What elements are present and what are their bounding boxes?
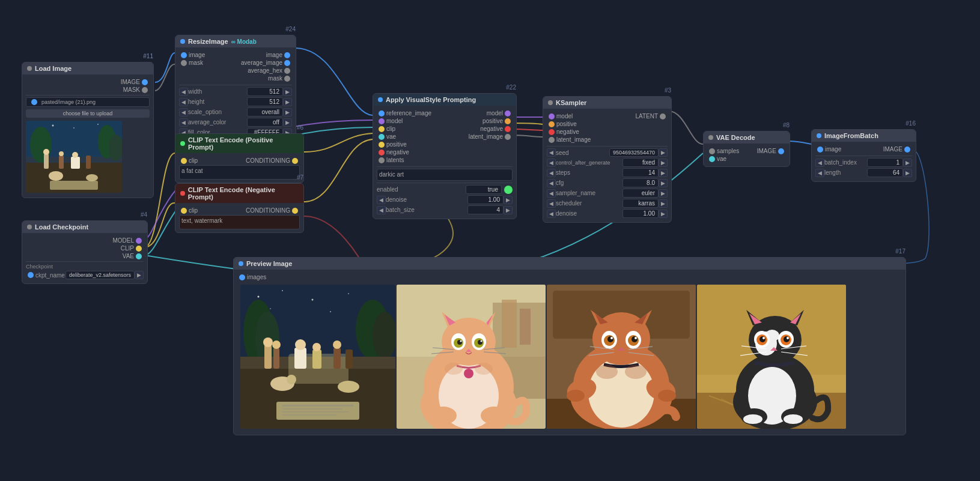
pos-in-port[interactable] bbox=[549, 121, 555, 127]
seed-dec[interactable]: ◀ bbox=[547, 148, 556, 157]
image-out-port[interactable] bbox=[284, 52, 290, 58]
checkpoint-label: Checkpoint bbox=[26, 264, 144, 270]
avg-hex-port[interactable] bbox=[284, 68, 290, 74]
image-out-port[interactable] bbox=[904, 147, 910, 153]
model-in-port[interactable] bbox=[549, 113, 555, 119]
clip-in-port[interactable] bbox=[181, 208, 187, 214]
load-checkpoint-title: Load Checkpoint bbox=[35, 223, 88, 231]
model-in-port[interactable] bbox=[379, 118, 385, 124]
batch-dec[interactable]: ◀ bbox=[377, 206, 386, 214]
avg-image-port[interactable] bbox=[284, 60, 290, 66]
length-dec[interactable]: ◀ bbox=[815, 169, 824, 177]
latent-out-port[interactable] bbox=[505, 134, 511, 140]
latents-in-port[interactable] bbox=[379, 157, 385, 163]
avgcolor-inc[interactable]: ▶ bbox=[283, 118, 292, 127]
latent-out-port[interactable] bbox=[660, 113, 666, 119]
style-text[interactable]: darkic art bbox=[377, 169, 513, 181]
resize-image-header: ResizeImage ∞ Modab bbox=[175, 35, 296, 47]
ckpt-name-btn[interactable]: ▶ bbox=[135, 271, 144, 279]
vae-in-port[interactable] bbox=[709, 156, 715, 162]
mask-in-row: mask bbox=[179, 59, 205, 66]
svg-point-118 bbox=[625, 365, 647, 379]
latent-in-port[interactable] bbox=[549, 137, 555, 143]
neg-in-port[interactable] bbox=[549, 129, 555, 135]
mask-out-port[interactable] bbox=[142, 87, 148, 93]
clip-in-port[interactable] bbox=[379, 126, 385, 132]
preview-image-node: #17 Preview Image images bbox=[233, 257, 906, 435]
control-inc[interactable]: ▶ bbox=[659, 159, 668, 167]
width-inc[interactable]: ▶ bbox=[283, 88, 292, 96]
vae-in-row: vae bbox=[707, 156, 739, 162]
cfg-dec[interactable]: ◀ bbox=[547, 179, 556, 187]
node-dot bbox=[27, 66, 32, 71]
height-dec[interactable]: ◀ bbox=[179, 98, 188, 106]
apply-visual-title: Apply VisualStyle Prompting bbox=[386, 96, 476, 103]
mask-in-port[interactable] bbox=[181, 60, 187, 66]
enabled-toggle[interactable] bbox=[504, 186, 513, 194]
clip-out-port[interactable] bbox=[136, 246, 142, 252]
image-in-port[interactable] bbox=[181, 52, 187, 58]
steps-inc[interactable]: ▶ bbox=[659, 169, 668, 177]
bindex-dec[interactable]: ◀ bbox=[815, 159, 824, 167]
pos-out-port[interactable] bbox=[505, 118, 511, 124]
svg-rect-41 bbox=[294, 348, 306, 369]
denoise-dec[interactable]: ◀ bbox=[377, 196, 386, 204]
avgcolor-dec[interactable]: ◀ bbox=[179, 118, 188, 127]
batch-inc[interactable]: ▶ bbox=[504, 206, 513, 214]
vae-out-port[interactable] bbox=[136, 253, 142, 259]
clip-in-port[interactable] bbox=[181, 158, 187, 164]
bindex-inc[interactable]: ▶ bbox=[903, 159, 912, 167]
samples-in-port[interactable] bbox=[709, 148, 715, 154]
denoise-inc[interactable]: ▶ bbox=[504, 196, 513, 204]
sampler-inc[interactable]: ▶ bbox=[659, 189, 668, 198]
images-in-port[interactable] bbox=[239, 274, 245, 280]
scheduler-inc[interactable]: ▶ bbox=[659, 199, 668, 208]
choose-file-button[interactable]: choose file to upload bbox=[26, 109, 150, 118]
sampler-dec[interactable]: ◀ bbox=[547, 189, 556, 198]
preview-img-2 bbox=[397, 285, 546, 429]
length-inc[interactable]: ▶ bbox=[903, 169, 912, 177]
svg-point-141 bbox=[784, 336, 790, 342]
ref-in-port[interactable] bbox=[379, 110, 385, 116]
pos-in-port[interactable] bbox=[379, 142, 385, 148]
scale-label: scale_option bbox=[188, 109, 247, 115]
image-out-port[interactable] bbox=[142, 79, 148, 85]
cond-out-port[interactable] bbox=[292, 208, 298, 214]
clip-neg-title: CLIP Text Encode (Negative Prompt) bbox=[188, 186, 299, 201]
image-out-port[interactable] bbox=[778, 148, 784, 154]
neg-in-port[interactable] bbox=[379, 150, 385, 156]
model-out-port[interactable] bbox=[505, 110, 511, 116]
denoise-value: 1.00 bbox=[467, 195, 504, 204]
width-dec[interactable]: ◀ bbox=[179, 88, 188, 96]
ckpt-in-port[interactable] bbox=[28, 272, 34, 278]
vae-in-port[interactable] bbox=[379, 134, 385, 140]
neg-out-port[interactable] bbox=[505, 126, 511, 132]
svg-point-23 bbox=[258, 296, 260, 298]
pos-prompt-text[interactable]: a fat cat bbox=[179, 165, 300, 180]
image-in-port[interactable] bbox=[31, 99, 37, 105]
image-in-port[interactable] bbox=[817, 147, 823, 153]
steps-dec[interactable]: ◀ bbox=[547, 169, 556, 177]
pos-out-row: positive bbox=[469, 118, 513, 124]
kdenoise-dec[interactable]: ◀ bbox=[547, 210, 556, 218]
file-chooser[interactable]: pasted/image (21).png bbox=[26, 97, 150, 107]
scheduler-dec[interactable]: ◀ bbox=[547, 199, 556, 208]
svg-point-107 bbox=[635, 337, 637, 339]
control-dec[interactable]: ◀ bbox=[547, 159, 556, 167]
svg-point-83 bbox=[430, 407, 457, 425]
scale-inc[interactable]: ▶ bbox=[283, 108, 292, 116]
neg-prompt-text[interactable]: text, watermark bbox=[179, 215, 300, 229]
svg-point-84 bbox=[481, 407, 507, 425]
cfg-inc[interactable]: ▶ bbox=[659, 179, 668, 187]
model-out-port[interactable] bbox=[136, 238, 142, 244]
height-inc[interactable]: ▶ bbox=[283, 98, 292, 106]
model-out-label: MODEL bbox=[112, 237, 134, 244]
kdenoise-inc[interactable]: ▶ bbox=[659, 210, 668, 218]
seed-inc[interactable]: ▶ bbox=[659, 148, 668, 157]
mask-out-port[interactable] bbox=[284, 76, 290, 82]
clip-in-label: clip bbox=[189, 207, 198, 214]
scale-dec[interactable]: ◀ bbox=[179, 108, 188, 116]
svg-point-116 bbox=[658, 390, 676, 402]
scale-row: ◀ scale_option overall ▶ bbox=[179, 107, 292, 116]
cond-out-port[interactable] bbox=[292, 158, 298, 164]
